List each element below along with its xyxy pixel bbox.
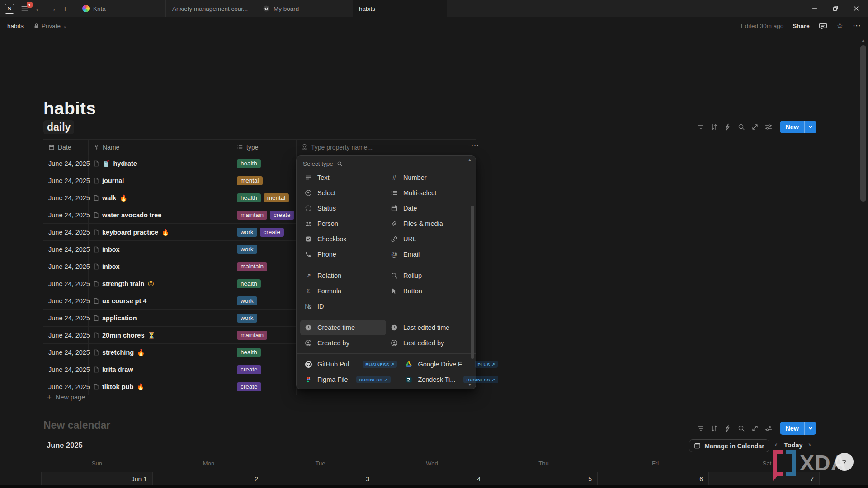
type-cell[interactable]: create: [232, 361, 297, 378]
menu-item-github-pull[interactable]: GitHub Pul... BUSINESS ↗: [300, 357, 401, 372]
date-cell[interactable]: June 24, 2025: [43, 327, 89, 343]
new-tab-button[interactable]: +: [63, 5, 67, 13]
menu-item-google-drive[interactable]: Google Drive F... PLUS ↗: [401, 357, 501, 372]
menu-item-url[interactable]: URL: [386, 231, 472, 247]
name-cell[interactable]: 20min chores ⏳: [89, 327, 232, 343]
name-cell[interactable]: inbox: [89, 241, 232, 258]
type-tag[interactable]: create: [260, 228, 284, 237]
type-tag[interactable]: health: [237, 193, 261, 202]
type-tag[interactable]: work: [237, 314, 257, 323]
name-cell[interactable]: ux course pt 4: [89, 292, 232, 309]
prev-month-chevron[interactable]: ‹: [775, 440, 778, 449]
date-cell[interactable]: June 24, 2025: [43, 275, 89, 292]
type-cell[interactable]: maintain create: [232, 206, 297, 223]
next-month-chevron[interactable]: ›: [808, 440, 811, 449]
menu-item-files-media[interactable]: Files & media: [386, 216, 472, 231]
type-cell[interactable]: health: [232, 155, 297, 172]
name-cell[interactable]: water avocado tree: [89, 206, 232, 223]
favorite-star-icon[interactable]: ☆: [836, 22, 844, 30]
name-cell[interactable]: walk 🔥: [89, 189, 232, 206]
menu-item-email[interactable]: @ Email: [386, 247, 472, 262]
menu-item-number[interactable]: # Number: [386, 170, 472, 185]
name-cell[interactable]: krita draw: [89, 361, 232, 378]
new-button-label[interactable]: New: [780, 422, 804, 435]
type-cell[interactable]: work: [232, 310, 297, 326]
menu-item-created-time[interactable]: Created time: [300, 320, 386, 335]
name-cell[interactable]: journal: [89, 172, 232, 189]
type-tag[interactable]: maintain: [237, 211, 267, 220]
scrollbar-up-arrow-icon[interactable]: ▲: [861, 38, 865, 42]
type-tag[interactable]: work: [237, 296, 257, 305]
today-button[interactable]: Today: [784, 441, 803, 449]
add-property-more-icon[interactable]: ⋯: [468, 140, 482, 151]
name-cell[interactable]: inbox: [89, 258, 232, 275]
new-button-label[interactable]: New: [780, 121, 804, 133]
new-button-dropdown[interactable]: [804, 422, 816, 435]
type-tag[interactable]: work: [237, 228, 257, 237]
type-tag[interactable]: create: [270, 211, 294, 220]
forward-button[interactable]: →: [49, 5, 57, 13]
menu-item-person[interactable]: Person: [300, 216, 386, 231]
type-cell[interactable]: work: [232, 241, 297, 258]
type-tag[interactable]: work: [237, 245, 257, 254]
date-cell[interactable]: June 24, 2025: [43, 224, 89, 240]
type-cell[interactable]: maintain: [232, 327, 297, 343]
menu-item-last-edited-by[interactable]: Last edited by: [386, 335, 472, 351]
type-cell[interactable]: work: [232, 292, 297, 309]
new-page-button[interactable]: + New page: [43, 388, 476, 406]
type-cell[interactable]: work create: [232, 224, 297, 240]
type-tag[interactable]: mental: [237, 176, 263, 185]
type-tag[interactable]: health: [237, 348, 261, 357]
automation-lightning-icon[interactable]: [722, 422, 734, 434]
type-cell[interactable]: maintain: [232, 258, 297, 275]
sidebar-toggle-icon[interactable]: 1: [21, 5, 28, 13]
more-options-icon[interactable]: ⋯: [853, 22, 861, 30]
tab-anxiety-course[interactable]: Anxiety management cour...: [165, 0, 256, 17]
name-cell[interactable]: stretching 🔥: [89, 344, 232, 361]
restore-button[interactable]: [825, 0, 846, 17]
automation-lightning-icon[interactable]: [722, 121, 734, 133]
menu-item-status[interactable]: Status: [300, 201, 386, 216]
search-icon[interactable]: [736, 422, 747, 434]
menu-item-formula[interactable]: Σ Formula: [300, 283, 386, 299]
date-cell[interactable]: June 24, 2025: [43, 292, 89, 309]
menu-item-figma-file[interactable]: Figma File BUSINESS ↗: [300, 372, 401, 387]
name-cell[interactable]: strength train 😐: [89, 275, 232, 292]
visibility-selector[interactable]: Private ⌄: [33, 23, 67, 29]
view-settings-icon[interactable]: [763, 422, 774, 434]
share-button[interactable]: Share: [793, 23, 810, 29]
date-cell[interactable]: June 24, 2025: [43, 206, 89, 223]
type-tag[interactable]: maintain: [237, 331, 267, 340]
manage-in-calendar-button[interactable]: Manage in Calendar: [689, 439, 769, 452]
type-tag[interactable]: create: [237, 365, 261, 374]
menu-scrollbar-thumb[interactable]: [471, 206, 474, 359]
column-header-date[interactable]: Date: [43, 140, 89, 155]
menu-item-last-edited-time[interactable]: Last edited time: [386, 320, 472, 335]
type-cell[interactable]: health: [232, 344, 297, 361]
daily-view-title[interactable]: daily: [43, 120, 74, 134]
date-cell[interactable]: June 24, 2025: [43, 241, 89, 258]
date-cell[interactable]: June 24, 2025: [43, 344, 89, 361]
menu-item-rollup[interactable]: Rollup: [386, 268, 472, 283]
menu-item-zendesk-ticket[interactable]: Zendesk Ti... BUSINESS ↗: [401, 372, 501, 387]
date-cell[interactable]: June 24, 2025: [43, 155, 89, 172]
type-cell[interactable]: health: [232, 275, 297, 292]
breadcrumb[interactable]: habits: [7, 23, 24, 29]
type-tag[interactable]: health: [237, 279, 261, 288]
column-header-type[interactable]: type: [232, 140, 297, 155]
tab-my-board[interactable]: My board: [256, 0, 345, 17]
expand-icon[interactable]: [749, 121, 761, 133]
expand-icon[interactable]: [749, 422, 761, 434]
menu-item-phone[interactable]: Phone: [300, 247, 386, 262]
new-row-button[interactable]: New: [780, 121, 816, 133]
menu-item-relation[interactable]: ↗ Relation: [300, 268, 386, 283]
date-cell[interactable]: June 24, 2025: [43, 310, 89, 326]
new-button-dropdown[interactable]: [804, 121, 816, 133]
date-cell[interactable]: June 24, 2025: [43, 258, 89, 275]
column-header-new-property[interactable]: Type property name...: [297, 140, 476, 155]
menu-item-text[interactable]: Text: [300, 170, 386, 185]
date-cell[interactable]: June 24, 2025: [43, 172, 89, 189]
calendar-view-title[interactable]: New calendar: [43, 419, 110, 432]
menu-item-id[interactable]: № ID: [300, 299, 386, 314]
tab-krita[interactable]: Krita: [76, 0, 165, 17]
